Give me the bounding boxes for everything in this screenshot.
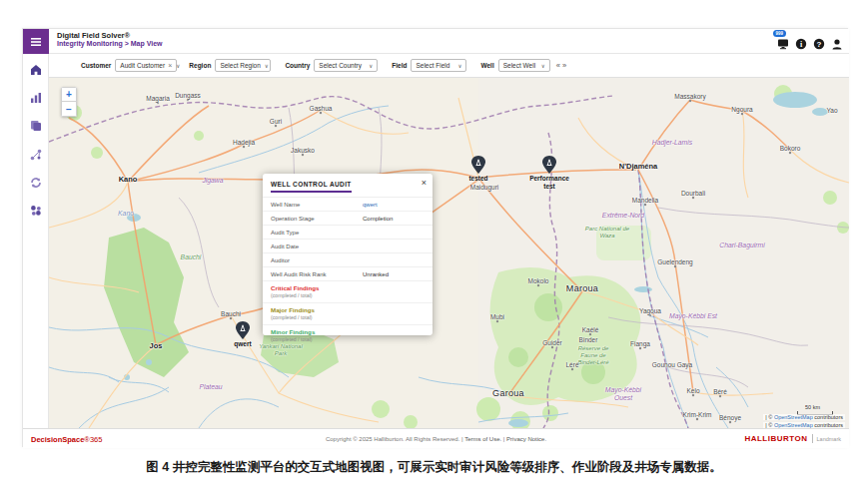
country-value: Select Country — [319, 62, 362, 69]
findings-sublabel: (completed / total) — [271, 314, 363, 320]
row-label: Well Name — [271, 202, 363, 208]
popup-header: WELL CONTROL AUDIT × — [263, 174, 433, 198]
chevron-down-icon: ∨ — [265, 63, 269, 69]
chevron-down-icon: ∨ — [369, 63, 373, 69]
chevron-down-icon: ∨ — [457, 63, 461, 69]
title-block: Digital Field Solver® Integrity Monitori… — [57, 31, 163, 49]
network-icon[interactable] — [30, 149, 42, 161]
map-label: Dungass — [175, 92, 201, 99]
reports-icon[interactable] — [30, 120, 42, 132]
halliburton-logo: HALLIBURTON — [744, 434, 807, 443]
well-pin-performance-test[interactable] — [542, 156, 556, 174]
row-label: Operation Stage — [271, 216, 363, 222]
well-name-link[interactable]: qwert — [363, 202, 378, 208]
well-pin-label: qwert — [221, 340, 265, 348]
hamburger-icon — [30, 36, 42, 48]
map-label: Gashua — [310, 105, 333, 112]
popup-row-audit-type: Audit Type — [263, 226, 433, 240]
app-window: Digital Field Solver® Integrity Monitori… — [22, 28, 848, 447]
zoom-in-button[interactable]: + — [61, 87, 77, 102]
well-pin-label: Performance test — [527, 175, 571, 191]
footer-bar: DecisionSpace®365 Copyright © 2025 Halli… — [23, 428, 849, 448]
breadcrumb-section[interactable]: Integrity Monitoring — [57, 40, 123, 47]
map-label: Mubi — [490, 313, 504, 320]
major-findings-label: Major Findings — [271, 306, 363, 313]
customer-value: Audit Customer — [120, 62, 165, 69]
findings-sublabel: (completed / total) — [271, 336, 363, 342]
analytics-icon[interactable] — [30, 92, 42, 104]
map-label: Dourbali — [681, 190, 705, 197]
header-icon-group: 999 i ? — [777, 36, 843, 48]
map-pin-icon — [542, 156, 556, 174]
well-select[interactable]: Select Well ∨ — [498, 59, 550, 72]
map-label: Fianga — [630, 340, 650, 347]
attribution-text: contributors — [813, 414, 843, 420]
map-label: Bénoye — [719, 414, 741, 421]
zoom-out-button[interactable]: − — [61, 102, 77, 117]
landmark-logo: Landmark — [817, 436, 841, 442]
help-button[interactable]: ? — [813, 36, 825, 48]
footer-copyright: Copyright © 2025 Halliburton. All Rights… — [23, 436, 849, 442]
country-label: Country — [285, 62, 310, 69]
logo-divider — [812, 434, 813, 443]
map-label-region: Jigawa — [187, 177, 239, 185]
copyright-text: Copyright © 2025 Halliburton. All Rights… — [326, 436, 463, 442]
attribution-text: | © — [765, 414, 774, 420]
attribution-text: contributors — [813, 422, 843, 428]
map-attribution: | © OpenStreetMap contributors — [763, 414, 845, 420]
map-label-region: Mayo-Kébbi Ouest — [597, 386, 649, 402]
well-value: Select Well — [503, 62, 535, 69]
map-view[interactable]: Magaria Dungass Gashua Guri Hadejia Jaku… — [49, 78, 849, 428]
popup-row-well-name: Well Name qwert — [263, 198, 433, 212]
map-attribution: | © OpenStreetMap contributors — [763, 422, 845, 428]
openstreetmap-link[interactable]: OpenStreetMap — [774, 422, 813, 428]
country-select[interactable]: Select Country ∨ — [314, 59, 378, 72]
map-label-region: Chari-Baguirmi — [716, 242, 768, 249]
region-label: Region — [189, 62, 211, 69]
map-label: Jakusko — [291, 147, 315, 154]
info-button[interactable]: i — [795, 36, 807, 48]
map-label-region: Mayo-Kébbi Est — [667, 312, 719, 320]
halliburton-logo-group: HALLIBURTON Landmark — [744, 434, 841, 443]
openstreetmap-link[interactable]: OpenStreetMap — [774, 414, 813, 420]
home-icon[interactable] — [30, 64, 42, 76]
terms-of-use-link[interactable]: Terms of Use. — [464, 436, 501, 442]
row-label: Audit Date — [271, 244, 363, 249]
map-label-city: Kano — [119, 175, 138, 184]
monitor-icon — [777, 38, 789, 50]
map-label: Bauchi — [221, 310, 241, 317]
map-label: Gounou Gaya — [652, 361, 692, 368]
map-label: Mandelia — [632, 197, 658, 204]
top-header: Digital Field Solver® Integrity Monitori… — [23, 29, 849, 54]
map-label: Binder — [579, 336, 598, 343]
popup-row-audit-date: Audit Date — [263, 240, 433, 253]
map-label-park: Parc National de Waza — [584, 226, 630, 240]
map-label-region: Plateau — [185, 383, 237, 391]
figure-caption: 图 4 井控完整性监测平台的交互式地图视图，可展示实时审计风险等级排序、作业阶段… — [0, 459, 868, 476]
user-profile-button[interactable] — [831, 36, 843, 48]
map-label-city: Jos — [150, 341, 163, 350]
map-label: Guelendeng — [657, 258, 692, 265]
chevron-down-icon: ∨ — [176, 63, 180, 69]
hamburger-menu-button[interactable] — [23, 29, 49, 54]
person-icon — [831, 38, 843, 50]
collapse-filters-button[interactable]: «» — [556, 61, 568, 70]
sync-icon[interactable] — [30, 177, 42, 189]
scale-label: 50 km — [805, 404, 820, 410]
close-icon[interactable]: × — [422, 179, 427, 188]
customer-clear-icon[interactable]: × — [168, 62, 172, 69]
well-pin-qwert[interactable] — [236, 321, 250, 339]
app-title: Digital Field Solver® — [57, 31, 163, 40]
apps-icon[interactable] — [30, 205, 42, 217]
customer-select[interactable]: Audit Customer × ∨ — [115, 59, 177, 72]
map-base-layer — [49, 78, 849, 428]
notifications-button[interactable]: 999 — [777, 36, 789, 48]
map-label: Kaélé — [582, 326, 599, 333]
critical-findings-label: Critical Findings — [271, 284, 363, 291]
row-label: Well Audit Risk Rank — [271, 271, 363, 277]
region-select[interactable]: Select Region ∨ — [215, 59, 271, 72]
breadcrumb-page[interactable]: Map View — [131, 40, 163, 47]
privacy-notice-link[interactable]: Privacy Notice. — [506, 436, 546, 442]
well-pin-tested[interactable] — [471, 156, 485, 174]
field-select[interactable]: Select Field ∨ — [411, 59, 466, 72]
